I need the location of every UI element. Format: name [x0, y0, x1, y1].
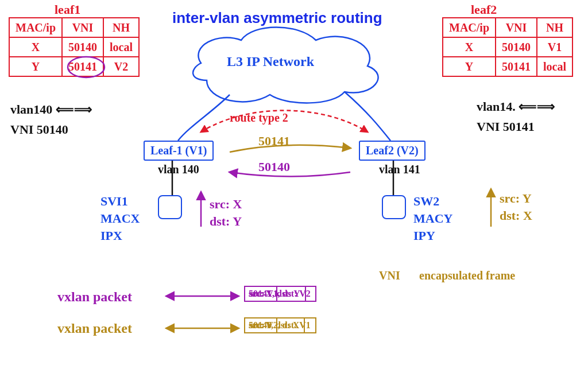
route-type-label: route type 2 [230, 112, 288, 123]
vlan-map-left: vlan140 ⟸⟹ [10, 103, 92, 116]
table-leaf2-header-1: VNI [496, 18, 537, 37]
host-left-l1: SVI1 [100, 195, 128, 208]
packet1-label: vxlan packet [57, 290, 132, 304]
vlan-under-leaf1: vlan 140 [158, 164, 199, 175]
table-leaf2-header-0: MAC/ip [443, 18, 496, 37]
flow-right-dst: dst: X [500, 209, 532, 222]
leaf1-box: Leaf-1 (V1) [144, 141, 214, 161]
host-right-l3: IPY [413, 230, 435, 242]
table-leaf1-label: leaf1 [55, 3, 80, 16]
link-cloud-leaf2 [345, 92, 390, 141]
tunnel-arrow-down [230, 172, 350, 177]
packet2-inner: src: Y, dst: X [244, 317, 305, 333]
flow-right-src: src: Y [500, 192, 532, 205]
diagram-title: inter-vlan asymmetric routing [172, 10, 382, 25]
packet-header-vni: VNI [379, 270, 400, 281]
tunnel-vni-down: 50140 [258, 161, 290, 173]
table-leaf2-label: leaf2 [471, 3, 497, 16]
packet2-label: vxlan packet [57, 321, 132, 335]
table-leaf2-header-2: NH [537, 18, 572, 37]
flow-left-dst: dst: Y [210, 215, 242, 228]
table-row: Y 50141 V2 [9, 57, 139, 76]
table-leaf1: MAC/ip VNI NH X 50140 local Y 50141 V2 [9, 17, 140, 77]
flow-left-src: src: X [210, 198, 242, 211]
packet-header-encap: encapsulated frame [419, 270, 515, 281]
host-right-icon [382, 195, 406, 219]
link-cloud-leaf1 [178, 95, 230, 141]
table-row: X 50140 local [9, 37, 139, 57]
table-row: X 50140 V1 [443, 37, 572, 57]
cloud-label: L3 IP Network [227, 55, 314, 68]
table-leaf1-header-1: VNI [62, 18, 103, 37]
table-leaf1-header-0: MAC/ip [9, 18, 62, 37]
vni-map-right: VNI 50141 [477, 121, 535, 133]
host-right-l1: SW2 [413, 195, 439, 208]
vlan-under-leaf2: vlan 141 [379, 164, 420, 175]
packet1-inner: src: X, dst: Y [244, 286, 306, 302]
vni-map-left: VNI 50140 [10, 123, 68, 136]
host-left-l2: MACX [100, 212, 140, 225]
host-right-l2: MACY [413, 212, 452, 225]
leaf2-box: Leaf2 (V2) [359, 141, 425, 161]
table-row: Y 50141 local [443, 57, 572, 76]
host-left-l3: IPX [100, 230, 122, 242]
vlan-map-right: vlan14. ⟸⟹ [477, 100, 555, 113]
table-leaf1-header-2: NH [103, 18, 139, 37]
table-leaf2: MAC/ip VNI NH X 50140 V1 Y 50141 local [442, 17, 573, 77]
tunnel-vni-up: 50141 [258, 135, 290, 147]
tunnel-arrow-up [230, 145, 350, 152]
host-left-icon [158, 195, 182, 219]
